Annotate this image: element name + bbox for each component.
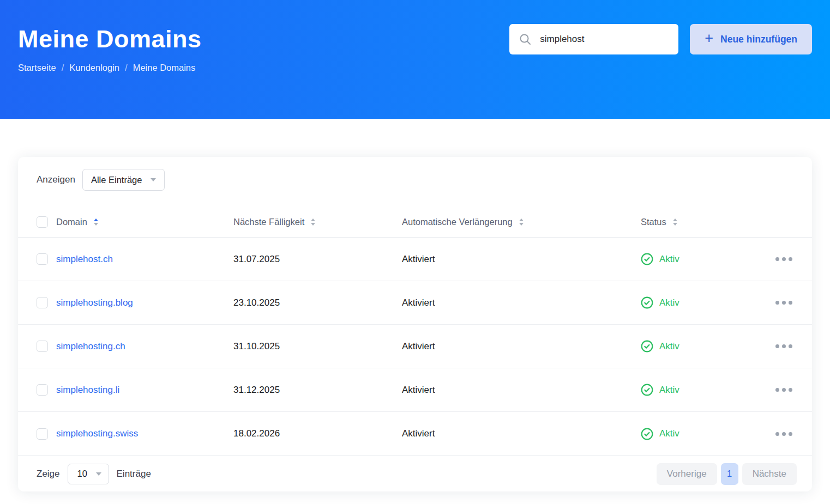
row-checkbox[interactable] <box>37 341 48 352</box>
table-row: simplehost.ch 31.07.2025 Aktiviert Aktiv <box>18 238 812 281</box>
ellipsis-icon <box>775 344 779 348</box>
due-date: 31.12.2025 <box>233 385 402 396</box>
due-date: 31.10.2025 <box>233 341 402 352</box>
row-actions-menu[interactable] <box>757 432 793 436</box>
domain-link[interactable]: simplehosting.swiss <box>56 428 233 439</box>
ellipsis-icon <box>775 301 779 305</box>
row-checkbox[interactable] <box>37 428 48 440</box>
sort-icon[interactable] <box>94 218 98 226</box>
domains-table: Domain Nächste Fälligkeit Automatische V… <box>18 207 812 456</box>
table-header-row: Domain Nächste Fälligkeit Automatische V… <box>18 207 812 238</box>
due-date: 23.10.2025 <box>233 297 402 308</box>
table-footer: Zeige 10 Einträge Vorherige 1 Nächste <box>18 456 812 491</box>
column-header-auto-renewal[interactable]: Automatische Verlängerung <box>402 217 641 227</box>
status-badge: Aktiv <box>641 384 757 396</box>
status-label: Aktiv <box>659 341 679 352</box>
due-date: 31.07.2025 <box>233 254 402 265</box>
page-size-label: Zeige <box>37 469 60 479</box>
domain-link[interactable]: simplehost.ch <box>56 254 233 265</box>
auto-renewal-value: Aktiviert <box>402 341 641 352</box>
column-header-status[interactable]: Status <box>641 217 757 227</box>
domain-link[interactable]: simplehosting.ch <box>56 341 233 352</box>
breadcrumb-startseite[interactable]: Startseite <box>18 63 56 73</box>
page-header: Meine Domains Startseite / Kundenlogin /… <box>0 0 830 119</box>
pagination: Vorherige 1 Nächste <box>657 463 797 485</box>
status-label: Aktiv <box>659 385 679 396</box>
auto-renewal-value: Aktiviert <box>402 254 641 265</box>
status-badge: Aktiv <box>641 253 757 265</box>
status-badge: Aktiv <box>641 428 757 440</box>
plus-icon: + <box>705 31 713 46</box>
check-circle-icon <box>641 340 653 353</box>
search-icon <box>519 33 531 45</box>
status-label: Aktiv <box>659 297 679 308</box>
chevron-down-icon <box>96 472 101 476</box>
add-domain-button[interactable]: + Neue hinzufügen <box>690 24 812 54</box>
domain-link[interactable]: simplehosting.li <box>56 385 233 396</box>
page-size-value: 10 <box>77 469 87 479</box>
status-badge: Aktiv <box>641 340 757 353</box>
column-header-domain[interactable]: Domain <box>56 217 233 227</box>
domains-card: Anzeigen Alle Einträge Domain Nächste Fä… <box>18 157 812 491</box>
entries-filter-value: Alle Einträge <box>91 175 142 185</box>
domain-link[interactable]: simplehosting.blog <box>56 297 233 308</box>
entries-label: Einträge <box>117 469 151 479</box>
chevron-down-icon <box>151 178 156 181</box>
row-actions-menu[interactable] <box>757 388 793 392</box>
auto-renewal-value: Aktiviert <box>402 385 641 396</box>
entries-filter-select[interactable]: Alle Einträge <box>82 169 165 191</box>
ellipsis-icon <box>775 432 779 436</box>
ellipsis-icon <box>775 388 779 392</box>
current-page-button[interactable]: 1 <box>721 463 738 485</box>
row-actions-menu[interactable] <box>757 344 793 348</box>
row-actions-menu[interactable] <box>757 257 793 261</box>
breadcrumb: Startseite / Kundenlogin / Meine Domains <box>18 63 202 73</box>
sort-icon[interactable] <box>673 218 677 226</box>
select-all-checkbox[interactable] <box>37 216 48 228</box>
search-input[interactable] <box>540 34 670 45</box>
due-date: 18.02.2026 <box>233 428 402 439</box>
breadcrumb-meine-domains[interactable]: Meine Domains <box>133 63 196 73</box>
page-size-select[interactable]: 10 <box>68 464 109 484</box>
check-circle-icon <box>641 253 653 265</box>
breadcrumb-kundenlogin[interactable]: Kundenlogin <box>69 63 119 73</box>
check-circle-icon <box>641 296 653 309</box>
row-checkbox[interactable] <box>37 253 48 265</box>
filter-label: Anzeigen <box>37 174 75 185</box>
auto-renewal-value: Aktiviert <box>402 428 641 439</box>
row-actions-menu[interactable] <box>757 301 793 305</box>
row-checkbox[interactable] <box>37 297 48 308</box>
status-label: Aktiv <box>659 428 679 439</box>
check-circle-icon <box>641 428 653 440</box>
previous-page-button[interactable]: Vorherige <box>657 463 717 485</box>
table-row: simplehosting.swiss 18.02.2026 Aktiviert… <box>18 412 812 456</box>
row-checkbox[interactable] <box>37 384 48 396</box>
breadcrumb-separator: / <box>62 63 64 73</box>
auto-renewal-value: Aktiviert <box>402 297 641 308</box>
sort-icon[interactable] <box>519 218 524 226</box>
table-row: simplehosting.ch 31.10.2025 Aktiviert Ak… <box>18 325 812 368</box>
search-box <box>509 24 678 54</box>
column-header-due-date[interactable]: Nächste Fälligkeit <box>233 217 402 227</box>
status-badge: Aktiv <box>641 296 757 309</box>
status-label: Aktiv <box>659 254 679 265</box>
ellipsis-icon <box>775 257 779 261</box>
sort-icon[interactable] <box>311 218 315 226</box>
add-domain-button-label: Neue hinzufügen <box>720 34 797 45</box>
check-circle-icon <box>641 384 653 396</box>
breadcrumb-separator: / <box>125 63 128 73</box>
next-page-button[interactable]: Nächste <box>742 463 797 485</box>
table-row: simplehosting.li 31.12.2025 Aktiviert Ak… <box>18 368 812 412</box>
table-row: simplehosting.blog 23.10.2025 Aktiviert … <box>18 281 812 325</box>
page-title: Meine Domains <box>18 25 202 53</box>
